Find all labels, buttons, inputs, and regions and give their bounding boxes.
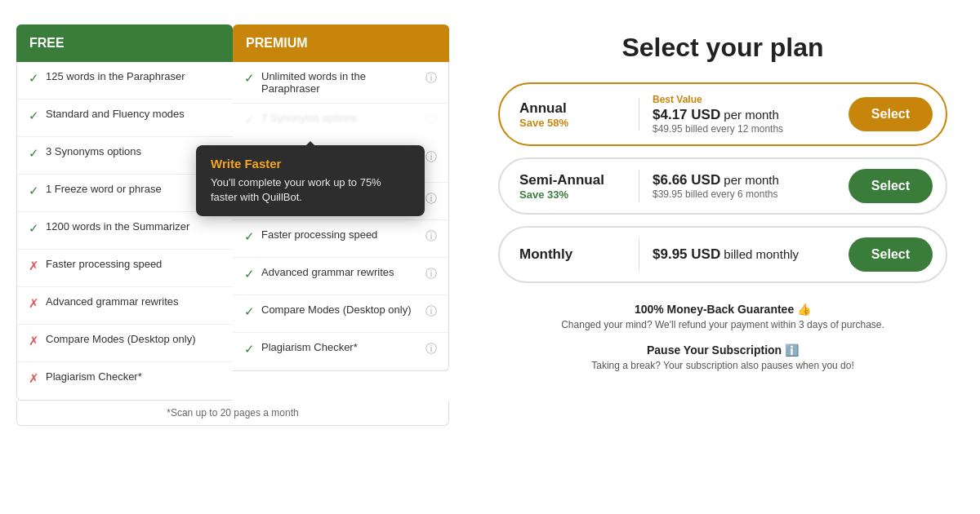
tooltip-title: Write Faster (211, 157, 410, 171)
plan-save-badge: Save 58% (519, 117, 626, 129)
check-icon: ✓ (244, 304, 255, 319)
info-icon[interactable]: ⓘ (425, 304, 437, 319)
info-icon[interactable]: ⓘ (425, 342, 437, 357)
pause-title: Pause Your Subscription ℹ️ (498, 343, 947, 357)
cross-icon: ✗ (29, 296, 39, 311)
comparison-panel: FREE ✓ 125 words in the Paraphraser ✓ St… (16, 24, 449, 426)
check-icon: ✓ (29, 146, 39, 161)
list-item: ✓ Unlimited words in the Paraphraser ⓘ (233, 62, 448, 104)
pause-section: Pause Your Subscription ℹ️ Taking a brea… (498, 343, 947, 371)
plan-price: $6.66 USD per month (653, 172, 835, 188)
monthly-plan-card[interactable]: Monthly $9.95 USD billed monthly Select (498, 226, 947, 283)
best-value-label: Best Value (653, 94, 835, 105)
annual-select-button[interactable]: Select (849, 97, 933, 131)
plan-price: $9.95 USD billed monthly (653, 246, 835, 263)
list-item: ✓ Standard and Fluency modes (17, 100, 233, 137)
divider (639, 170, 639, 202)
check-icon: ✓ (244, 342, 255, 357)
guarantee-text: Changed your mind? We'll refund your pay… (498, 319, 947, 330)
info-icon: ⓘ (425, 113, 437, 127)
guarantee-section: 100% Money-Back Guarantee 👍 Changed your… (498, 303, 947, 330)
info-icon[interactable]: ⓘ (425, 150, 437, 165)
list-item: ✓ 1200 words in the Summarizer (17, 212, 233, 250)
info-icon[interactable]: ⓘ (425, 192, 437, 206)
cross-icon: ✗ (29, 371, 39, 386)
check-icon: ✓ (244, 71, 255, 86)
list-item: ✗ Plagiarism Checker* (17, 362, 233, 400)
divider (639, 98, 639, 131)
check-icon: ✓ (29, 71, 39, 86)
info-icon[interactable]: ⓘ (425, 229, 437, 244)
tooltip-popup: Write Faster You'll complete your work u… (196, 145, 425, 216)
list-item: ✓ Advanced grammar rewrites ⓘ (233, 258, 448, 295)
list-item: ✓ Plagiarism Checker* ⓘ (233, 333, 448, 370)
monthly-select-button[interactable]: Select (849, 237, 933, 272)
check-icon: ✓ (29, 109, 39, 123)
info-icon[interactable]: ⓘ (425, 267, 437, 281)
plan-cards-container: Annual Save 58% Best Value $4.17 USD per… (498, 82, 947, 283)
free-header: FREE (16, 24, 233, 62)
plan-billed: $49.95 billed every 12 months (653, 123, 835, 135)
list-item: ✗ Faster processing speed (17, 250, 233, 287)
cross-icon: ✗ (29, 334, 39, 348)
list-item: ✓ 125 words in the Paraphraser (17, 62, 233, 100)
plan-selection-panel: Select your plan Annual Save 58% Best Va… (482, 24, 964, 379)
cross-icon: ✗ (29, 259, 39, 273)
plan-name: Annual (519, 100, 626, 117)
list-item: ✓ Faster processing speed ⓘ (233, 220, 448, 258)
pause-text: Taking a break? Your subscription also p… (498, 360, 947, 371)
info-icon[interactable]: ⓘ (425, 71, 437, 86)
list-item: ✗ Advanced grammar rewrites (17, 287, 233, 325)
plan-name: Monthly (519, 246, 626, 263)
semi-annual-select-button[interactable]: Select (849, 169, 933, 203)
check-icon: ✓ (244, 267, 255, 281)
tooltip-body: You'll complete your work up to 75% fast… (211, 175, 410, 205)
footnote: *Scan up to 20 pages a month (16, 401, 449, 426)
check-icon: ✓ (244, 229, 255, 244)
check-icon: ✓ (244, 113, 255, 127)
list-item: ✓ 7 Synonyms options ⓘ (233, 104, 448, 141)
plan-billed: $39.95 billed every 6 months (653, 188, 835, 200)
premium-header: PREMIUM (233, 24, 449, 62)
annual-plan-card[interactable]: Annual Save 58% Best Value $4.17 USD per… (498, 82, 947, 146)
check-icon: ✓ (29, 221, 39, 236)
page-title: Select your plan (498, 33, 947, 63)
plan-save-badge: Save 33% (519, 188, 626, 201)
guarantee-title: 100% Money-Back Guarantee 👍 (498, 303, 947, 316)
check-icon: ✓ (29, 184, 39, 198)
list-item: ✓ Compare Modes (Desktop only) ⓘ (233, 295, 448, 333)
plan-name: Semi-Annual (519, 172, 626, 188)
plan-price: $4.17 USD per month (653, 107, 835, 123)
semi-annual-plan-card[interactable]: Semi-Annual Save 33% $6.66 USD per month… (498, 157, 947, 215)
divider (639, 238, 639, 271)
list-item: ✗ Compare Modes (Desktop only) (17, 325, 233, 362)
